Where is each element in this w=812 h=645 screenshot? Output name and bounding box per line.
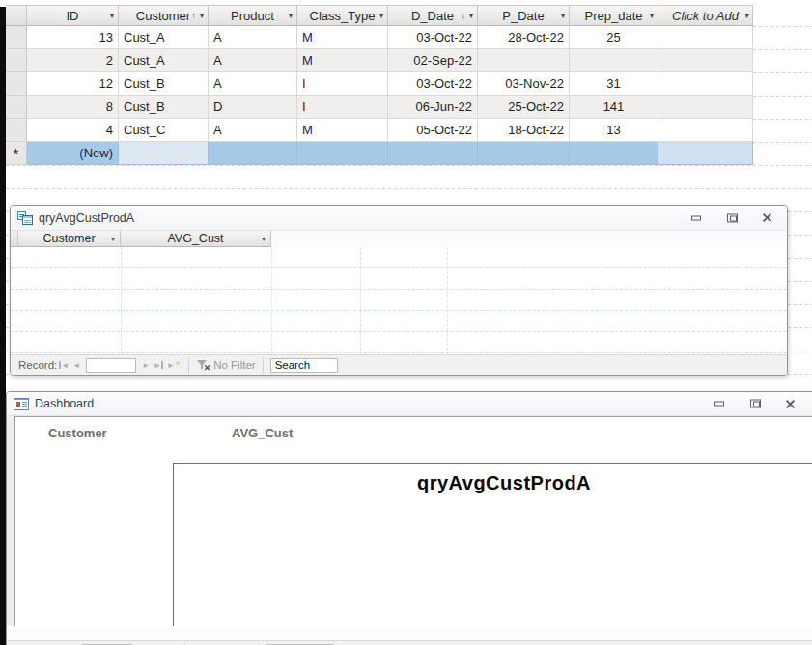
row-selector[interactable] bbox=[6, 26, 27, 49]
dropdown-arrow-icon[interactable]: ▾ bbox=[200, 12, 204, 20]
cell-id[interactable]: 13 bbox=[27, 26, 119, 49]
cell-customer[interactable]: Cust_A bbox=[119, 26, 209, 49]
query-empty-row[interactable] bbox=[11, 311, 787, 332]
cell-customer[interactable]: Cust_C bbox=[119, 119, 209, 142]
cell-class_type[interactable]: M bbox=[297, 49, 388, 72]
cell-prep_date[interactable]: 25 bbox=[570, 26, 658, 49]
query-empty-row[interactable] bbox=[11, 268, 787, 290]
dropdown-arrow-icon[interactable]: ▾ bbox=[469, 12, 473, 20]
row-selector[interactable] bbox=[6, 72, 27, 96]
cell-add[interactable] bbox=[658, 96, 753, 119]
column-header-product[interactable]: Product▾ bbox=[209, 5, 297, 26]
dropdown-arrow-icon[interactable]: ▾ bbox=[744, 12, 748, 20]
query-empty-row[interactable] bbox=[11, 290, 787, 311]
cell-d_date[interactable]: 05-Oct-22 bbox=[388, 119, 478, 142]
cell-d_date[interactable]: 03-Oct-22 bbox=[388, 26, 478, 49]
cell-customer[interactable]: Cust_A bbox=[119, 49, 209, 72]
column-header-class_type[interactable]: Class_Type▾ bbox=[297, 5, 388, 26]
cell-add[interactable] bbox=[658, 49, 753, 72]
minimize-button[interactable] bbox=[688, 211, 704, 224]
close-button[interactable] bbox=[782, 398, 798, 410]
cell-id[interactable]: 8 bbox=[27, 96, 119, 119]
last-record-button[interactable]: ► bbox=[154, 361, 163, 370]
search-input[interactable] bbox=[270, 358, 338, 373]
minimize-button[interactable] bbox=[712, 398, 727, 410]
cell-customer[interactable]: Cust_B bbox=[119, 72, 209, 96]
subform-container[interactable]: qryAvgCustProdA bbox=[173, 463, 812, 626]
query-window-titlebar[interactable]: qryAvgCustProdA bbox=[11, 206, 787, 231]
column-header-id[interactable]: ID▾ bbox=[27, 5, 119, 26]
cell-product[interactable]: A bbox=[209, 119, 297, 142]
cell-d_date[interactable]: 06-Jun-22 bbox=[388, 96, 478, 119]
row-selector[interactable] bbox=[6, 49, 27, 72]
query-row-selector-header[interactable] bbox=[11, 231, 18, 247]
dashboard-window-titlebar[interactable]: Dashboard bbox=[7, 392, 812, 416]
cell-p_date[interactable]: 28-Oct-22 bbox=[478, 26, 570, 49]
cell-customer[interactable]: Cust_B bbox=[119, 96, 209, 119]
column-header-add[interactable]: Click to Add▾ bbox=[658, 5, 753, 26]
column-header-p_date[interactable]: P_Date▾ bbox=[478, 5, 570, 26]
cell-product[interactable]: D bbox=[209, 96, 297, 119]
cell-product[interactable]: A bbox=[209, 49, 297, 72]
cell-prep_date[interactable]: 31 bbox=[570, 72, 658, 96]
cell-add[interactable] bbox=[658, 119, 753, 142]
row-selector[interactable] bbox=[6, 96, 27, 119]
cell-p_date[interactable]: 18-Oct-22 bbox=[478, 119, 570, 142]
dropdown-arrow-icon[interactable]: ▾ bbox=[379, 12, 383, 20]
restore-button[interactable] bbox=[747, 398, 763, 410]
cell-p_date[interactable] bbox=[478, 49, 570, 72]
row-selector[interactable] bbox=[6, 119, 27, 142]
cell-add[interactable] bbox=[658, 72, 753, 96]
column-header-d_date[interactable]: D_Date↓▾ bbox=[388, 5, 478, 26]
cell-d_date[interactable] bbox=[388, 142, 478, 165]
cell-class_type[interactable]: I bbox=[297, 96, 388, 119]
close-button[interactable] bbox=[759, 211, 774, 224]
cell-add[interactable] bbox=[658, 26, 753, 49]
cell-prep_date[interactable]: 141 bbox=[570, 96, 658, 119]
cell-prep_date[interactable] bbox=[570, 142, 658, 165]
cell-id[interactable]: (New) bbox=[27, 142, 119, 165]
cell-product[interactable]: A bbox=[209, 26, 297, 49]
cell-product[interactable] bbox=[209, 142, 297, 165]
cell-class_type[interactable]: I bbox=[297, 72, 388, 96]
first-record-button[interactable]: ◄ bbox=[59, 361, 69, 370]
cell-id[interactable]: 2 bbox=[27, 49, 119, 72]
select-all-corner[interactable] bbox=[6, 5, 27, 26]
dropdown-arrow-icon[interactable]: ▾ bbox=[289, 12, 293, 20]
dropdown-arrow-icon[interactable]: ▾ bbox=[262, 235, 266, 243]
cell-class_type[interactable]: M bbox=[297, 26, 388, 49]
previous-record-button[interactable]: ◄ bbox=[72, 361, 80, 370]
restore-button[interactable] bbox=[724, 211, 740, 224]
column-header-prep_date[interactable]: Prep_date▾ bbox=[570, 5, 658, 26]
cell-product[interactable]: A bbox=[209, 72, 297, 96]
cell-add[interactable] bbox=[658, 142, 753, 165]
cell-prep_date[interactable] bbox=[570, 49, 658, 72]
dropdown-arrow-icon[interactable]: ▾ bbox=[110, 12, 114, 20]
record-number-input[interactable] bbox=[86, 358, 136, 373]
new-record-button[interactable]: ►* bbox=[167, 359, 180, 371]
cell-id[interactable]: 4 bbox=[27, 119, 119, 142]
new-record-marker[interactable]: * bbox=[6, 142, 27, 165]
cell-class_type[interactable] bbox=[297, 142, 388, 165]
cell-customer[interactable] bbox=[119, 142, 209, 165]
cell-class_type[interactable]: M bbox=[297, 119, 388, 142]
query-empty-row[interactable] bbox=[11, 247, 787, 268]
query-window[interactable]: qryAvgCustProdA Customer ▾ AVG_Cust ▾ Re… bbox=[10, 205, 788, 376]
cell-id[interactable]: 12 bbox=[27, 72, 119, 96]
cell-d_date[interactable]: 03-Oct-22 bbox=[388, 72, 478, 96]
cell-prep_date[interactable]: 13 bbox=[570, 119, 658, 142]
dropdown-arrow-icon[interactable]: ▾ bbox=[650, 12, 654, 20]
cell-d_date[interactable]: 02-Sep-22 bbox=[388, 49, 478, 72]
column-header-customer[interactable]: Customer↑▾ bbox=[119, 5, 209, 26]
query-column-header-avgcust[interactable]: AVG_Cust ▾ bbox=[121, 231, 271, 247]
query-column-header-customer[interactable]: Customer ▾ bbox=[18, 231, 121, 247]
dropdown-arrow-icon[interactable]: ▾ bbox=[111, 235, 115, 243]
query-empty-row[interactable] bbox=[11, 332, 787, 353]
next-record-button[interactable]: ► bbox=[142, 361, 150, 370]
dashboard-window[interactable]: Dashboard Customer AVG_Cust qryAvgCustPr… bbox=[6, 391, 812, 645]
cell-p_date[interactable]: 25-Oct-22 bbox=[478, 96, 570, 119]
cell-p_date[interactable]: 03-Nov-22 bbox=[478, 72, 570, 96]
dropdown-arrow-icon[interactable]: ▾ bbox=[561, 12, 565, 20]
cell-p_date[interactable] bbox=[478, 142, 570, 165]
no-filter-button[interactable]: ✕ No Filter bbox=[196, 359, 255, 371]
